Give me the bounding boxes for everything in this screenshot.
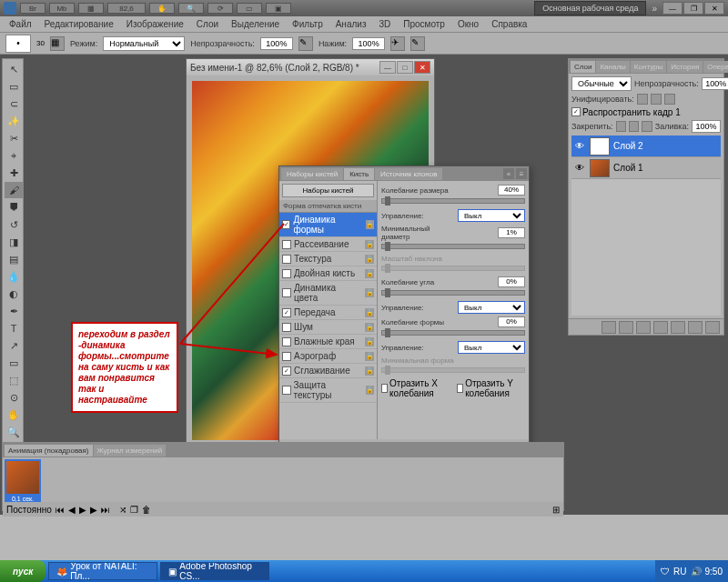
layer-row-2[interactable]: 👁 Слой 2 [571, 135, 721, 157]
menu-layer[interactable]: Слои [191, 17, 224, 31]
view-btn[interactable]: ▭ [237, 3, 262, 14]
brush-section-7[interactable]: Влажные края🔒 [279, 335, 377, 349]
stamp-tool[interactable]: ⛊ [5, 199, 23, 216]
lock-icon[interactable]: 🔒 [365, 366, 374, 376]
control-select-2[interactable]: Выкл [458, 301, 525, 314]
shape-tool[interactable]: ▭ [5, 355, 23, 371]
airbrush-icon[interactable]: ✈ [390, 36, 405, 51]
section-checkbox[interactable] [282, 323, 291, 332]
tray-icon[interactable]: 🛡 [661, 567, 670, 577]
lock-icon[interactable]: 🔒 [365, 352, 374, 361]
grid-btn[interactable]: ▦ [78, 3, 104, 14]
delete-layer-btn[interactable] [705, 321, 720, 334]
frame-duration[interactable]: 0,1 сек. [5, 496, 41, 502]
brush-section-6[interactable]: Шум🔒 [279, 320, 377, 335]
brush-panel-toggle[interactable]: ▦ [50, 36, 65, 51]
delete-frame-btn[interactable]: 🗑 [142, 505, 151, 515]
gradient-tool[interactable]: ▤ [5, 251, 23, 267]
angle-jitter-value[interactable]: 0% [498, 276, 525, 287]
layer-thumb[interactable] [590, 137, 610, 156]
marquee-tool[interactable]: ▭ [5, 78, 23, 95]
menu-window[interactable]: Окно [452, 17, 484, 31]
dodge-tool[interactable]: ◐ [5, 286, 23, 302]
brush-section-5[interactable]: Передача🔒 [279, 306, 377, 320]
brush-section-3[interactable]: Двойная кисть🔒 [279, 266, 377, 281]
section-checkbox[interactable] [282, 220, 290, 229]
size-jitter-slider[interactable] [381, 198, 525, 204]
rotate-btn[interactable]: ⟳ [207, 3, 233, 14]
round-jitter-slider[interactable] [381, 330, 525, 336]
duplicate-frame-btn[interactable]: ❐ [130, 505, 138, 515]
brush-section-10[interactable]: Защита текстуры🔒 [279, 378, 377, 403]
size-jitter-value[interactable]: 40% [498, 185, 525, 196]
new-layer-btn[interactable] [688, 321, 703, 334]
unify-vis-icon[interactable] [651, 94, 662, 105]
zoom-level[interactable]: 82,6 [107, 3, 146, 14]
wand-tool[interactable]: ✨ [5, 113, 23, 129]
brush-section-1[interactable]: Рассеивание🔒 [279, 237, 377, 252]
system-tray[interactable]: 🛡 RU 🔊 9:50 [655, 560, 728, 582]
3d-tool[interactable]: ⬚ [5, 372, 23, 388]
magnify-btn[interactable]: 🔍 [178, 3, 204, 14]
min-diam-slider[interactable] [381, 244, 525, 249]
section-checkbox[interactable] [282, 269, 291, 278]
tab-history[interactable]: История [667, 61, 703, 73]
task-browser[interactable]: 🦊Урок от NATALI: Пл... [48, 562, 157, 580]
section-checkbox[interactable] [282, 352, 291, 361]
br-btn[interactable]: Br [20, 3, 46, 14]
lasso-tool[interactable]: ⊂ [5, 95, 23, 112]
tab-animation[interactable]: Анимация (покадровая) [5, 445, 93, 457]
blend-mode-select[interactable]: Нормальный [103, 36, 185, 51]
brush-section-4[interactable]: Динамика цвета🔒 [279, 281, 377, 306]
eyedropper-tool[interactable]: ⌖ [5, 147, 23, 164]
presets-button[interactable]: Наборы кистей [282, 184, 374, 197]
brush-section-9[interactable]: Сглаживание🔒 [279, 364, 377, 378]
control-select[interactable]: Выкл [458, 209, 525, 222]
menu-analysis[interactable]: Анализ [330, 17, 372, 31]
close-btn[interactable]: ✕ [704, 2, 724, 15]
propagate-check[interactable]: Распространить кадр 1 [571, 107, 681, 117]
layer-name[interactable]: Слой 1 [613, 163, 643, 173]
section-checkbox[interactable] [282, 255, 291, 264]
round-jitter-value[interactable]: 0% [498, 316, 525, 327]
lock-icon[interactable]: 🔒 [365, 288, 374, 297]
tab-channels[interactable]: Каналы [596, 61, 629, 73]
first-frame-btn[interactable]: ⏮ [56, 505, 65, 515]
layer-row-1[interactable]: 👁 Слой 1 [571, 157, 721, 179]
brush-section-8[interactable]: Аэрограф🔒 [279, 349, 377, 364]
tab-paths[interactable]: Контуры [631, 61, 666, 73]
tab-clone[interactable]: Источник клонов [375, 168, 442, 180]
section-checkbox[interactable] [282, 240, 291, 249]
menu-view[interactable]: Просмотр [398, 17, 450, 31]
eraser-tool[interactable]: ◨ [5, 234, 23, 250]
anim-frame-1[interactable] [5, 459, 41, 496]
lock-icon[interactable]: 🔒 [365, 337, 374, 346]
menu-help[interactable]: Справка [486, 17, 532, 31]
link-layers-btn[interactable] [602, 321, 616, 334]
lock-icon[interactable]: 🔒 [365, 323, 374, 332]
layer-thumb[interactable] [590, 159, 610, 177]
tab-actions[interactable]: Операции [703, 61, 728, 73]
layers-empty-area[interactable] [571, 179, 721, 316]
control-select-3[interactable]: Выкл [458, 341, 525, 354]
workspace-switcher[interactable]: Основная рабочая среда [534, 1, 646, 15]
group-btn[interactable] [671, 321, 685, 334]
lock-pixels-icon[interactable] [616, 121, 626, 132]
play-btn[interactable]: ▶ [79, 505, 86, 515]
unify-pos-icon[interactable] [637, 94, 648, 105]
lock-icon[interactable]: 🔒 [366, 386, 374, 395]
flow-input[interactable] [352, 37, 385, 50]
mb-btn[interactable]: Mb [49, 3, 75, 14]
crop-tool[interactable]: ✂ [5, 130, 23, 146]
visibility-icon[interactable]: 👁 [573, 162, 586, 175]
flipy-check[interactable]: Отразить Y колебания [457, 378, 525, 398]
fill-input[interactable] [692, 120, 721, 133]
brush-tool[interactable]: 🖌 [5, 182, 23, 198]
chevrons-icon[interactable]: » [648, 4, 661, 14]
loop-select[interactable]: Постоянно [6, 505, 52, 515]
next-frame-btn[interactable]: ▶ [90, 505, 97, 515]
opacity-input[interactable] [260, 37, 293, 50]
heal-tool[interactable]: ✚ [5, 165, 23, 181]
layer-opacity-input[interactable] [702, 77, 728, 90]
convert-timeline-btn[interactable]: ⊞ [552, 505, 560, 515]
